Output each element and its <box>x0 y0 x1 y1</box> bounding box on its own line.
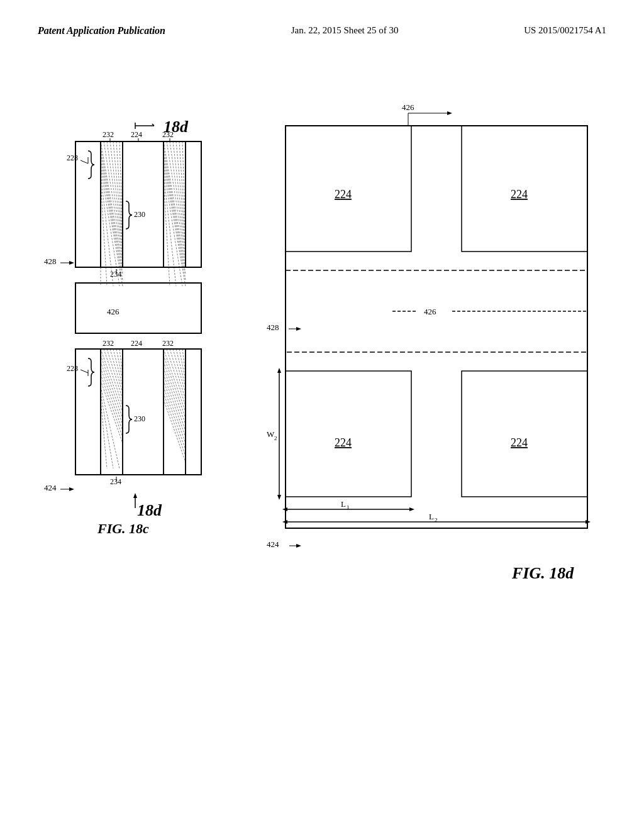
svg-line-35 <box>164 179 170 286</box>
svg-line-57 <box>101 349 123 412</box>
svg-text:426: 426 <box>424 307 436 316</box>
svg-text:224: 224 <box>131 339 142 348</box>
svg-text:232: 232 <box>162 130 174 139</box>
svg-line-10 <box>110 141 123 248</box>
svg-text:424: 424 <box>44 483 57 492</box>
svg-text:232: 232 <box>103 339 114 348</box>
svg-text:426: 426 <box>402 102 414 112</box>
figures-area: 18d <box>25 94 619 792</box>
fig18d-container: 426 224 224 426 428 <box>267 94 619 585</box>
svg-rect-110 <box>286 126 587 528</box>
svg-text:224: 224 <box>511 436 528 449</box>
svg-text:2: 2 <box>274 435 277 441</box>
fig18c-container: 18d <box>38 113 252 541</box>
svg-text:428: 428 <box>44 257 57 266</box>
svg-line-75 <box>167 349 186 406</box>
svg-line-30 <box>164 148 186 274</box>
svg-text:234: 234 <box>110 477 121 486</box>
svg-line-66 <box>101 368 123 431</box>
svg-line-84 <box>164 374 186 437</box>
svg-text:230: 230 <box>134 414 145 423</box>
svg-text:428: 428 <box>267 323 279 332</box>
svg-line-31 <box>164 154 186 280</box>
svg-text:18d: 18d <box>137 501 162 519</box>
svg-rect-115 <box>286 270 587 352</box>
publication-title: Patent Application Publication <box>38 25 165 36</box>
svg-text:2: 2 <box>435 517 438 523</box>
svg-line-23 <box>164 141 186 267</box>
svg-line-28 <box>179 141 186 236</box>
svg-rect-54 <box>75 349 201 475</box>
svg-rect-55 <box>75 349 101 475</box>
svg-text:424: 424 <box>267 540 279 549</box>
svg-text:228: 228 <box>67 153 78 162</box>
svg-line-85 <box>164 380 186 443</box>
svg-line-86 <box>164 387 186 450</box>
svg-line-38 <box>80 160 88 163</box>
svg-marker-121 <box>296 327 301 331</box>
svg-line-83 <box>164 368 186 431</box>
svg-marker-101 <box>69 487 74 491</box>
svg-marker-128 <box>277 495 281 500</box>
svg-marker-51 <box>69 261 74 265</box>
svg-text:224: 224 <box>131 130 142 139</box>
svg-rect-122 <box>286 371 411 497</box>
fig18c-svg: 18d <box>38 113 252 541</box>
svg-text:232: 232 <box>162 339 174 348</box>
svg-rect-89 <box>186 349 201 475</box>
svg-line-24 <box>167 141 186 261</box>
svg-rect-123 <box>462 371 587 497</box>
svg-line-61 <box>113 349 123 387</box>
svg-line-65 <box>101 362 123 424</box>
svg-line-91 <box>80 370 88 373</box>
svg-rect-52 <box>75 283 201 333</box>
svg-line-58 <box>104 349 123 406</box>
svg-marker-109 <box>447 111 452 115</box>
svg-text:FIG. 18c: FIG. 18c <box>97 521 149 536</box>
svg-line-69 <box>101 387 119 468</box>
svg-line-14 <box>101 148 123 274</box>
svg-marker-127 <box>277 368 281 373</box>
svg-text:L: L <box>429 512 434 521</box>
svg-line-78 <box>176 349 186 387</box>
svg-rect-36 <box>186 141 201 267</box>
svg-text:234: 234 <box>110 270 121 279</box>
svg-line-15 <box>101 154 123 280</box>
svg-text:224: 224 <box>335 436 352 449</box>
svg-line-67 <box>101 374 123 437</box>
svg-line-82 <box>164 362 186 424</box>
svg-text:1: 1 <box>347 504 350 511</box>
svg-line-7 <box>101 141 123 267</box>
svg-marker-143 <box>296 544 301 548</box>
fig18d-svg: 426 224 224 426 428 <box>267 94 619 591</box>
svg-text:224: 224 <box>335 188 352 201</box>
svg-line-26 <box>173 141 186 248</box>
svg-line-19 <box>101 179 107 286</box>
svg-line-12 <box>116 141 123 236</box>
svg-line-8 <box>104 141 123 261</box>
svg-text:232: 232 <box>103 130 114 139</box>
svg-text:228: 228 <box>67 364 78 373</box>
svg-text:L: L <box>341 499 346 509</box>
publication-number: US 2015/0021754 A1 <box>524 25 606 36</box>
svg-text:224: 224 <box>511 188 528 201</box>
publication-date-sheet: Jan. 22, 2015 Sheet 25 of 30 <box>291 25 399 36</box>
svg-text:FIG. 18d: FIG. 18d <box>511 564 574 582</box>
svg-marker-104 <box>133 493 137 498</box>
page-header: Patent Application Publication Jan. 22, … <box>0 0 644 36</box>
svg-text:426: 426 <box>107 307 119 316</box>
svg-text:230: 230 <box>134 210 145 219</box>
svg-marker-133 <box>409 507 414 511</box>
